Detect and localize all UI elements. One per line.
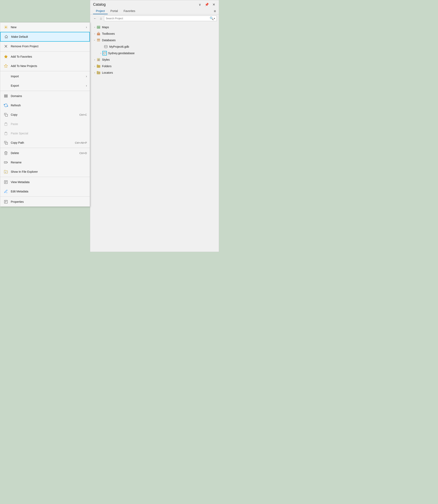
svg-point-0: [5, 27, 7, 28]
menu-label-delete: Delete: [11, 151, 75, 155]
menu-item-copy[interactable]: Copy Ctrl+C: [0, 110, 90, 119]
svg-rect-17: [5, 114, 8, 116]
locators-chevron[interactable]: ›: [93, 71, 96, 74]
menu-item-export[interactable]: Export ›: [0, 81, 90, 90]
tree-item-folders[interactable]: › Folders: [90, 63, 219, 69]
menu-item-view-metadata[interactable]: View Metadata: [0, 178, 90, 187]
menu-label-domains: Domains: [11, 94, 87, 98]
svg-rect-41: [97, 41, 100, 42]
menu-label-copy-path: Copy Path: [11, 141, 71, 144]
styles-chevron[interactable]: ›: [93, 58, 96, 61]
search-input[interactable]: [106, 17, 210, 20]
tree-item-myproject6[interactable]: MyProject6.gdb: [90, 43, 219, 50]
menu-item-domains[interactable]: Domains: [0, 91, 90, 101]
menu-arrow-new: ›: [86, 25, 87, 29]
tree-label-databases: Databases: [102, 39, 116, 42]
folder-open-icon: [3, 169, 9, 175]
menu-item-copy-path[interactable]: Copy Path Ctrl+Alt+P: [0, 138, 90, 147]
tree-item-locators[interactable]: › Locators: [90, 69, 219, 76]
svg-point-43: [103, 52, 106, 53]
svg-rect-14: [4, 94, 8, 95]
tab-project[interactable]: Project: [93, 8, 108, 14]
separator-4: [0, 148, 90, 148]
menu-item-paste-special: Paste Special: [0, 129, 90, 138]
menu-arrow-export: ›: [86, 84, 87, 87]
pin-button[interactable]: 📌: [204, 2, 210, 7]
tab-menu-icon[interactable]: ≡: [214, 9, 216, 13]
menu-item-delete[interactable]: Delete Ctrl+D: [0, 148, 90, 158]
menu-item-paste: Paste: [0, 119, 90, 129]
menu-item-edit-metadata[interactable]: Edit Metadata: [0, 187, 90, 196]
svg-rect-16: [4, 97, 8, 97]
copy-icon: [3, 112, 9, 117]
svg-point-46: [98, 59, 98, 60]
svg-rect-15: [4, 96, 8, 96]
menu-item-import[interactable]: Import ›: [0, 72, 90, 81]
paste-special-icon: [3, 130, 9, 136]
menu-label-remove: Remove From Project: [11, 45, 87, 48]
menu-label-show-file-explorer: Show In File Explorer: [11, 170, 87, 173]
locators-icon: [96, 70, 101, 75]
menu-label-paste: Paste: [11, 122, 87, 126]
menu-item-properties[interactable]: Properties: [0, 197, 90, 206]
folders-chevron[interactable]: ›: [93, 64, 96, 68]
menu-item-rename[interactable]: Rename: [0, 158, 90, 167]
copy-shortcut: Ctrl+C: [79, 113, 87, 116]
maps-icon: [96, 25, 101, 30]
tree-item-toolboxes[interactable]: › Toolboxes: [90, 31, 219, 37]
sydney-chevron[interactable]: ›: [99, 52, 102, 55]
close-button[interactable]: ✕: [212, 2, 216, 7]
menu-item-make-default[interactable]: Make Default: [0, 32, 90, 42]
domains-icon: [3, 93, 9, 99]
home-toolbar-button[interactable]: ⌂: [99, 16, 103, 21]
geodatabase-icon: [102, 51, 107, 55]
svg-line-8: [5, 28, 5, 29]
svg-point-44: [104, 53, 106, 54]
svg-rect-45: [97, 58, 100, 61]
styles-icon: [96, 57, 101, 62]
tab-portal[interactable]: Portal: [108, 8, 121, 14]
menu-label-view-metadata: View Metadata: [11, 180, 87, 184]
catalog-title-controls: ∨ 📌 ✕: [198, 2, 216, 7]
svg-rect-50: [97, 65, 100, 67]
search-button[interactable]: 🔍: [210, 16, 214, 20]
toolboxes-chevron[interactable]: ›: [93, 32, 96, 35]
menu-label-refresh: Refresh: [11, 104, 87, 107]
svg-line-6: [7, 28, 7, 29]
sun-icon: [3, 24, 9, 30]
svg-point-42: [104, 45, 108, 46]
catalog-tabs-left: Project Portal Favorites: [93, 8, 138, 14]
menu-item-refresh[interactable]: Refresh: [0, 101, 90, 110]
separator-1: [0, 51, 90, 52]
maps-chevron[interactable]: ›: [93, 26, 96, 29]
tree-item-databases[interactable]: › Databases: [90, 37, 219, 43]
svg-point-48: [98, 60, 98, 61]
import-icon: [3, 74, 9, 79]
myproject6-chevron[interactable]: [100, 45, 104, 48]
minimize-button[interactable]: ∨: [198, 2, 202, 7]
menu-item-new[interactable]: New ›: [0, 22, 90, 32]
menu-label-import: Import: [11, 75, 84, 78]
back-button[interactable]: ←: [92, 16, 98, 21]
svg-rect-39: [97, 39, 100, 39]
folders-icon: [96, 64, 101, 68]
tab-favorites[interactable]: Favorites: [121, 8, 138, 14]
menu-item-show-file-explorer[interactable]: Show In File Explorer: [0, 167, 90, 176]
separator-2: [0, 71, 90, 71]
tree-item-styles[interactable]: › Styles: [90, 56, 219, 63]
databases-chevron[interactable]: ›: [93, 39, 96, 42]
menu-item-add-favorites[interactable]: Add To Favorites: [0, 52, 90, 61]
catalog-tabs: Project Portal Favorites ≡: [90, 8, 219, 14]
svg-rect-40: [97, 40, 100, 40]
tree-label-styles: Styles: [102, 58, 110, 61]
menu-item-add-new-projects[interactable]: Add To New Projects: [0, 61, 90, 71]
menu-item-remove[interactable]: Remove From Project: [0, 42, 90, 51]
search-box: 🔍 ▾: [104, 16, 217, 21]
databases-icon: [96, 38, 101, 42]
menu-label-make-default: Make Default: [11, 35, 87, 38]
tree-label-locators: Locators: [102, 71, 113, 74]
search-dropdown-button[interactable]: ▾: [214, 17, 215, 20]
tree-item-maps[interactable]: › Maps: [90, 24, 219, 31]
tree-label-maps: Maps: [102, 26, 109, 29]
tree-item-sydney[interactable]: › Sydney.geodatabase: [90, 50, 219, 56]
